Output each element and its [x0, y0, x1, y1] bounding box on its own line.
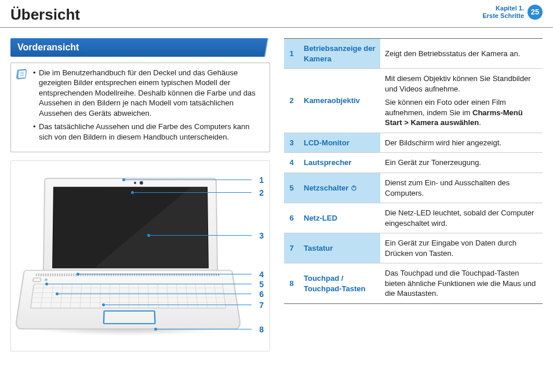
chapter-line-2: Erste Schritte [482, 12, 524, 20]
callout-number: 8 [259, 324, 264, 335]
callout-number: 7 [259, 300, 264, 311]
table-row: 2KameraobjektivMit diesem Objektiv könne… [284, 69, 543, 133]
callout-line [133, 192, 252, 193]
row-number: 3 [284, 133, 299, 153]
table-row: 8Touchpad / Touchpad-TastenDas Touchpad … [284, 263, 543, 304]
callout-line [149, 235, 252, 236]
row-number: 5 [284, 173, 299, 203]
row-description: Ein Gerät zur Tonerzeugung. [380, 153, 543, 173]
laptop-figure: 1 2 3 4 5 6 7 8 [10, 160, 270, 351]
callout-number: 2 [259, 188, 264, 199]
row-description: Dienst zum Ein- und Ausschalten des Comp… [380, 173, 543, 203]
row-description: Der Bildschirm wird hier angezeigt. [380, 133, 543, 153]
table-row: 1Betriebsanzeige der KameraZeigt den Bet… [284, 39, 543, 69]
row-name: Touchpad / Touchpad-Tasten [299, 263, 380, 304]
table-row: 6Netz-LEDDie Netz-LED leuchtet, sobald d… [284, 203, 543, 233]
note-box: Die im Benutzerhandbuch für den Deckel u… [10, 63, 270, 152]
page-number-badge: 25 [527, 5, 543, 20]
table-row: 3LCD-MonitorDer Bildschirm wird hier ang… [284, 133, 543, 153]
table-row: 4LautsprecherEin Gerät zur Tonerzeugung. [284, 153, 543, 173]
row-description: Das Touchpad und die Touchpad-Tasten bie… [380, 263, 543, 304]
chapter-block: Kapitel 1. Erste Schritte 25 [482, 5, 543, 20]
spec-table: 1Betriebsanzeige der KameraZeigt den Bet… [284, 38, 543, 304]
row-description: Mit diesem Objektiv können Sie Standbild… [380, 69, 543, 133]
row-name: Netzschalter [299, 173, 380, 203]
row-number: 2 [284, 69, 299, 133]
row-name: Kameraobjektiv [299, 69, 380, 133]
callout-line [124, 179, 252, 180]
row-description: Zeigt den Betriebsstatus der Kamera an. [380, 39, 543, 69]
callout-line [156, 329, 252, 329]
row-number: 6 [284, 203, 299, 233]
note-item: Das tatsächliche Aussehen und die Farbe … [33, 122, 264, 142]
callout-number: 1 [259, 175, 264, 186]
row-name: Netz-LED [299, 203, 380, 233]
callout-number: 3 [259, 230, 264, 241]
section-heading: Vorderansicht [10, 38, 270, 57]
table-row: 7TastaturEin Gerät zur Eingabe von Daten… [284, 233, 543, 263]
chapter-text: Kapitel 1. Erste Schritte [482, 5, 524, 20]
row-description: Die Netz-LED leuchtet, sobald der Comput… [380, 203, 543, 233]
row-number: 8 [284, 263, 299, 304]
power-icon [351, 184, 357, 190]
row-number: 4 [284, 153, 299, 173]
callout-line [57, 294, 252, 294]
callout-line [104, 305, 252, 305]
row-number: 1 [284, 39, 299, 69]
row-description: Ein Gerät zur Eingabe von Daten durch Dr… [380, 233, 543, 263]
row-name: LCD-Monitor [299, 133, 380, 153]
page-header: Übersicht Kapitel 1. Erste Schritte 25 [0, 0, 553, 28]
table-row: 5Netzschalter Dienst zum Ein- und Aussch… [284, 173, 543, 203]
callout-number: 6 [259, 289, 264, 300]
row-name: Betriebsanzeige der Kamera [299, 39, 380, 69]
page-title: Übersicht [10, 5, 80, 25]
callout-line [47, 284, 252, 284]
note-item: Die im Benutzerhandbuch für den Deckel u… [33, 68, 264, 119]
note-icon [16, 68, 28, 80]
row-number: 7 [284, 233, 299, 263]
callout-line [78, 274, 252, 274]
row-name: Lautsprecher [299, 153, 380, 173]
row-name: Tastatur [299, 233, 380, 263]
chapter-line-1: Kapitel 1. [482, 5, 524, 12]
